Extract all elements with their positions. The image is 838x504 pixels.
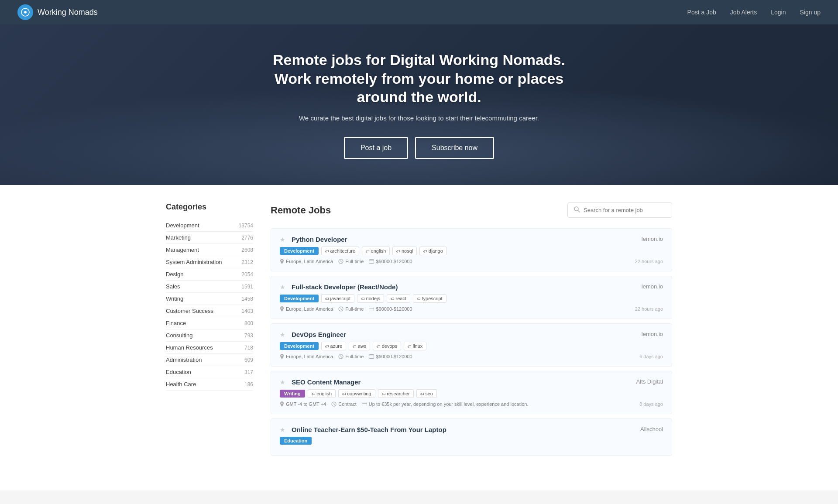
category-item[interactable]: System Administration2312 bbox=[166, 256, 253, 268]
category-name: Administration bbox=[166, 357, 202, 363]
job-company: Alts Digital bbox=[636, 378, 663, 385]
job-card: ★ Python Developer lemon.io Development … bbox=[271, 228, 672, 271]
category-name: Education bbox=[166, 369, 191, 375]
job-title[interactable]: Full-stack Developer (React/Node) bbox=[292, 283, 398, 291]
post-job-button[interactable]: Post a job bbox=[344, 137, 408, 159]
category-count: 718 bbox=[244, 345, 253, 351]
job-location: Europe, Latin America bbox=[280, 354, 333, 359]
category-count: 1591 bbox=[241, 284, 253, 290]
job-card: ★ DevOps Engineer lemon.io Development a… bbox=[271, 323, 672, 367]
job-tag[interactable]: azure bbox=[321, 342, 346, 350]
category-item[interactable]: Human Resources718 bbox=[166, 342, 253, 354]
job-category-badge[interactable]: Development bbox=[280, 295, 319, 302]
categories-title: Categories bbox=[166, 202, 253, 212]
nav-links: Post a Job Job Alerts Login Sign up bbox=[687, 9, 821, 16]
job-type: Full-time bbox=[338, 306, 364, 312]
category-item[interactable]: Education317 bbox=[166, 366, 253, 378]
category-item[interactable]: Finance800 bbox=[166, 317, 253, 329]
jobs-area: Remote Jobs ★ Python Developer lemon.i bbox=[271, 202, 672, 473]
job-tag[interactable]: english bbox=[362, 247, 390, 255]
category-count: 793 bbox=[244, 333, 253, 339]
category-name: Consulting bbox=[166, 332, 192, 339]
category-item[interactable]: Management2608 bbox=[166, 244, 253, 256]
category-item[interactable]: Writing1458 bbox=[166, 293, 253, 305]
star-icon[interactable]: ★ bbox=[280, 331, 285, 338]
hero-buttons: Post a job Subscribe now bbox=[266, 137, 572, 159]
job-salary: $60000-$120000 bbox=[369, 306, 412, 312]
job-tag[interactable]: researcher bbox=[378, 389, 414, 398]
hero-content: Remote jobs for Digital Working Nomads.W… bbox=[266, 51, 572, 159]
job-alerts-nav-link[interactable]: Job Alerts bbox=[730, 9, 757, 16]
star-icon[interactable]: ★ bbox=[280, 284, 285, 291]
job-tags: Writing englishcopywritingresearcherseo bbox=[280, 389, 663, 398]
category-item[interactable]: Development13754 bbox=[166, 219, 253, 232]
job-category-badge[interactable]: Education bbox=[280, 437, 312, 445]
job-meta: Europe, Latin AmericaFull-time$60000-$12… bbox=[280, 259, 412, 264]
job-tag[interactable]: react bbox=[387, 294, 410, 303]
job-card-left: ★ SEO Content Manager bbox=[280, 378, 361, 386]
nav-logo[interactable]: Working Nomads bbox=[17, 4, 687, 20]
job-tag[interactable]: typescript bbox=[413, 294, 446, 303]
job-category-badge[interactable]: Writing bbox=[280, 390, 305, 398]
star-icon[interactable]: ★ bbox=[280, 379, 285, 386]
job-card: ★ Online Teacher-Earn $50-Teach From You… bbox=[271, 418, 672, 456]
subscribe-button[interactable]: Subscribe now bbox=[415, 137, 494, 159]
svg-rect-7 bbox=[369, 307, 374, 311]
job-title[interactable]: DevOps Engineer bbox=[292, 331, 346, 338]
search-input[interactable] bbox=[584, 207, 666, 213]
job-category-badge[interactable]: Development bbox=[280, 247, 319, 255]
category-item[interactable]: Design2054 bbox=[166, 268, 253, 281]
category-item[interactable]: Health Care186 bbox=[166, 378, 253, 391]
category-name: Marketing bbox=[166, 234, 191, 241]
job-tag[interactable]: seo bbox=[416, 389, 437, 398]
job-tag[interactable]: devops bbox=[373, 342, 401, 350]
category-count: 1403 bbox=[241, 308, 253, 314]
category-count: 2776 bbox=[241, 235, 253, 241]
job-tag[interactable]: linux bbox=[404, 342, 426, 350]
job-card: ★ Full-stack Developer (React/Node) lemo… bbox=[271, 276, 672, 319]
login-nav-link[interactable]: Login bbox=[771, 9, 786, 16]
category-count: 2608 bbox=[241, 247, 253, 253]
search-box[interactable] bbox=[567, 202, 672, 218]
job-tag[interactable]: javascript bbox=[321, 294, 354, 303]
job-meta: GMT -4 to GMT +4ContractUp to €35k per y… bbox=[280, 401, 528, 407]
job-tag[interactable]: nodejs bbox=[357, 294, 384, 303]
job-tag[interactable]: english bbox=[308, 389, 336, 398]
job-tags: Development azureawsdevopslinux bbox=[280, 342, 663, 350]
category-item[interactable]: Consulting793 bbox=[166, 329, 253, 342]
job-salary: Up to €35k per year, depending on your s… bbox=[362, 401, 529, 407]
job-card-header: ★ SEO Content Manager Alts Digital bbox=[280, 378, 663, 386]
search-icon bbox=[574, 206, 580, 214]
jobs-header: Remote Jobs bbox=[271, 202, 672, 218]
svg-rect-9 bbox=[369, 355, 374, 359]
star-icon[interactable]: ★ bbox=[280, 426, 285, 433]
job-salary: $60000-$120000 bbox=[369, 259, 412, 264]
job-tag[interactable]: nosql bbox=[392, 247, 417, 255]
job-tag[interactable]: django bbox=[419, 247, 447, 255]
job-title[interactable]: Online Teacher-Earn $50-Teach From Your … bbox=[292, 426, 446, 433]
main-container: Categories Development13754Marketing2776… bbox=[157, 185, 681, 490]
category-item[interactable]: Sales1591 bbox=[166, 281, 253, 293]
job-time: 6 days ago bbox=[639, 354, 663, 359]
job-card-header: ★ Python Developer lemon.io bbox=[280, 236, 663, 243]
job-salary: $60000-$120000 bbox=[369, 354, 412, 359]
job-time: 8 days ago bbox=[639, 401, 663, 407]
job-tag[interactable]: architecture bbox=[321, 247, 359, 255]
star-icon[interactable]: ★ bbox=[280, 236, 285, 243]
signup-nav-link[interactable]: Sign up bbox=[800, 9, 821, 16]
job-tag[interactable]: copywriting bbox=[338, 389, 375, 398]
category-item[interactable]: Marketing2776 bbox=[166, 232, 253, 244]
post-a-job-nav-link[interactable]: Post a Job bbox=[687, 9, 716, 16]
job-card: ★ SEO Content Manager Alts Digital Writi… bbox=[271, 371, 672, 414]
category-name: Design bbox=[166, 271, 183, 278]
job-title[interactable]: SEO Content Manager bbox=[292, 378, 361, 386]
logo-icon bbox=[17, 4, 33, 20]
job-category-badge[interactable]: Development bbox=[280, 342, 319, 350]
category-item[interactable]: Customer Success1403 bbox=[166, 305, 253, 317]
category-count: 1458 bbox=[241, 296, 253, 302]
category-item[interactable]: Administration609 bbox=[166, 354, 253, 366]
job-tag[interactable]: aws bbox=[349, 342, 370, 350]
job-type: Full-time bbox=[338, 259, 364, 264]
job-title[interactable]: Python Developer bbox=[292, 236, 347, 243]
category-name: Customer Success bbox=[166, 308, 213, 314]
